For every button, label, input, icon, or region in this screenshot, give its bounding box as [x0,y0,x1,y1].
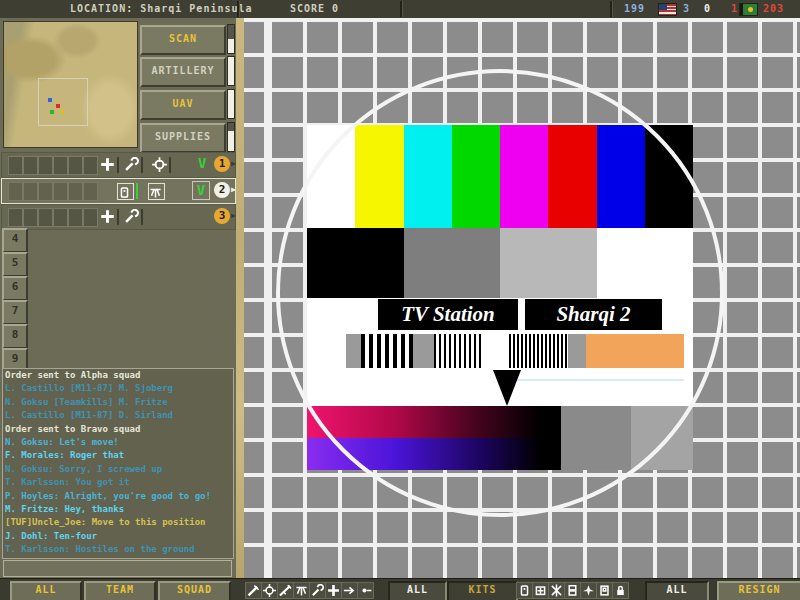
jet-icon[interactable] [580,582,597,599]
medic-cross-icon [100,209,115,224]
minimap-unit-dot [56,104,60,108]
stacked-crates-icon[interactable] [564,582,581,599]
commander-sidebar: SCAN ARTILLERY UAV SUPPLIES V 1 ▶ V 2 [0,18,238,578]
orange-block [586,334,684,368]
medic-cross-icon [100,157,115,172]
scan-button[interactable]: SCAN [140,25,226,55]
rifle-icon[interactable] [277,582,294,599]
uav-button[interactable]: UAV [140,90,226,120]
ammo-bag-icon[interactable] [516,582,533,599]
supplies-button[interactable]: SUPPLIES [140,123,226,153]
chat-all-button[interactable]: ALL [10,581,82,600]
chat-squad-button[interactable]: SQUAD [158,581,231,600]
chat-input[interactable] [3,560,232,577]
squad-row-1[interactable]: V 1 ▶ [1,152,236,178]
test-pattern-text-row: TV Station Sharqi 2 [307,298,693,332]
squad-row-2[interactable]: V 2 ▶ [1,178,236,204]
top-status-bar: LOCATION: Sharqi Peninsula SCORE 0 199 3… [0,0,800,19]
chat-line: N. Goksu [Teamkills] M. Fritze [3,396,233,409]
minimap-unit-dot [48,98,52,102]
chat-line: Order sent to Bravo squad [3,423,233,436]
mec-flag-icon [739,3,758,16]
lock-icon[interactable] [612,582,629,599]
knife-icon[interactable] [245,582,262,599]
center-score: 0 [704,3,711,14]
channel-name-label: Sharqi 2 [525,299,662,330]
gray-block [561,406,631,470]
move-arrow-icon[interactable] [341,582,358,599]
score-label: SCORE 0 [290,3,339,14]
squad-4-button[interactable]: 4 [2,228,28,253]
enemy-count: 1 [731,3,738,14]
artillery-button[interactable]: ARTILLERY [140,57,226,87]
kits-all-button[interactable]: ALL [645,581,709,600]
friendly-count: 3 [683,3,690,14]
location-label: LOCATION: Sharqi Peninsula [70,3,253,14]
squad-3-badge[interactable]: 3 [214,208,230,224]
squad-member-slot [68,182,83,201]
minimap-viewbox[interactable] [38,78,88,126]
squad-7-button[interactable]: 7 [2,300,28,325]
squad-2-badge[interactable]: 2 [214,182,230,198]
test-pattern-gradients [307,406,693,470]
light-gray-block [631,406,693,470]
squad-row-3[interactable]: 3 ▶ [1,204,236,230]
divider-tick [117,209,119,225]
squad-member-slot [8,182,23,201]
pointer-triangle [493,370,521,406]
divider-tick [141,209,143,225]
resign-button[interactable]: RESIGN [717,581,800,600]
medkit-icon[interactable] [532,582,549,599]
orders-all-button[interactable]: ALL [388,581,447,600]
minimap[interactable] [3,21,138,148]
squad-member-slot [83,182,98,201]
ammo-bag-icon [117,183,134,200]
purple-gradient [307,438,561,470]
medic-cross-icon[interactable] [325,582,342,599]
squad-member-slot [38,182,53,201]
scan-cooldown-gauge [227,24,235,54]
bottom-toolbar: ALL TEAM SQUAD ALL KITS ALL RESIGN [0,578,800,600]
test-pattern-gray-bars [307,228,693,298]
station-name-label: TV Station [378,299,518,330]
top-bar-divider [610,1,613,17]
top-bar-divider [400,1,403,17]
commander-map[interactable]: TV Station Sharqi 2 [236,18,800,578]
squad-member-slot [23,182,38,201]
tower-icon[interactable] [293,582,310,599]
friendly-tickets: 199 [624,3,645,14]
chat-team-button[interactable]: TEAM [84,581,156,600]
squad-member-slot [23,156,38,175]
crosshair-icon[interactable] [261,582,278,599]
squad-accept-check: V [198,155,206,171]
supplies-cooldown-gauge [227,122,235,152]
kits-button[interactable]: KITS [447,581,518,600]
chat-line: J. Dohl: Ten-four [3,530,233,543]
squad-member-slot [68,208,83,227]
squad-6-button[interactable]: 6 [2,276,28,301]
enemy-tickets: 203 [763,3,784,14]
wrench-icon [124,157,139,172]
red-gradient [307,406,561,438]
us-flag-icon [658,3,677,16]
squad-member-slot [38,208,53,227]
blue-reference-line [509,379,684,381]
top-bar-divider [237,1,240,17]
kit-box-icon[interactable] [596,582,613,599]
squad-8-button[interactable]: 8 [2,324,28,349]
squad-member-slot [83,156,98,175]
squad-member-slot [53,182,68,201]
squad-5-button[interactable]: 5 [2,252,28,277]
wrench-icon[interactable] [309,582,326,599]
chat-line: Order sent to Alpha squad [3,369,233,382]
squad-1-badge[interactable]: 1 [214,156,230,172]
chat-line: T. Karlsson: Hostiles on the ground [3,543,233,556]
divider-tick [136,183,138,199]
test-pattern-frequency-row [307,332,693,370]
squad-member-slot [38,156,53,175]
chat-line: N. Goksu: Let's move! [3,436,233,449]
chat-log: Order sent to Alpha squad L. Castillo [M… [2,368,234,559]
chat-line: [TUF]Uncle_Joe: Move to this position [3,516,233,529]
crossed-rifles-icon[interactable] [548,582,565,599]
radar-dot-icon[interactable] [357,582,374,599]
